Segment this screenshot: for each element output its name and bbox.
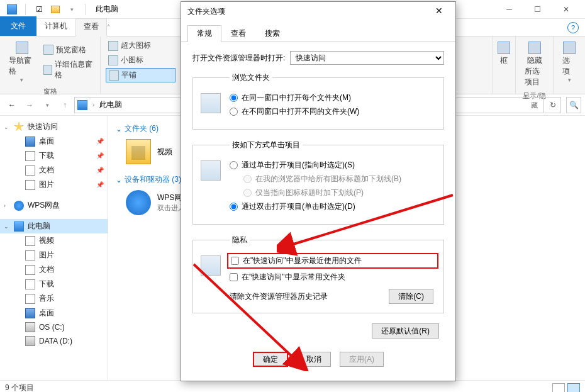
chevron-right-icon[interactable]: › xyxy=(92,101,94,108)
details-label: 详细信息窗格 xyxy=(55,59,92,81)
tab-computer[interactable]: 计算机 xyxy=(36,18,75,36)
pic-icon xyxy=(25,250,35,260)
nav-desktop[interactable]: 桌面📌 xyxy=(0,134,108,148)
cancel-button[interactable]: 取消 xyxy=(297,352,331,367)
layout-tile[interactable]: 平铺 xyxy=(106,68,176,82)
folder-options-dialog: 文件夹选项 ✕ 常规 查看 搜索 打开文件资源管理器时打开: 快速访问 浏览文件… xyxy=(181,1,456,381)
browse-icon xyxy=(201,93,221,113)
clear-label: 清除文件资源管理器历史记录 xyxy=(230,291,328,302)
fieldset-browse: 浏览文件夹 在同一窗口中打开每个文件夹(M) 在不同窗口中打开不同的文件夹(W) xyxy=(192,72,444,130)
nav-pics2[interactable]: 图片 xyxy=(0,248,108,262)
click-icon xyxy=(201,160,221,181)
expand-icon[interactable]: › xyxy=(4,203,10,209)
check-priv-freq[interactable]: 在"快速访问"中显示常用文件夹 xyxy=(230,272,436,283)
hide-button[interactable]: 隐藏所选项目 xyxy=(521,39,548,90)
fs-privacy-legend: 隐私 xyxy=(230,235,250,245)
qat-properties-icon[interactable]: ☑ xyxy=(32,3,46,16)
up-button[interactable]: ↑ xyxy=(57,97,73,113)
small-label: 小图标 xyxy=(121,55,143,65)
browse-new-label: 在不同窗口中打开不同的文件夹(W) xyxy=(242,106,359,117)
qat-dropdown-icon[interactable]: ▾ xyxy=(65,3,79,16)
nav-desktop2[interactable]: 桌面 xyxy=(0,306,108,320)
nav-datad[interactable]: DATA (D:) xyxy=(0,334,108,348)
apply-button[interactable]: 应用(A) xyxy=(340,352,384,367)
preview-icon xyxy=(43,45,53,55)
openwith-label: 打开文件资源管理器时打开: xyxy=(192,53,285,64)
dialog-tab-search[interactable]: 搜索 xyxy=(255,25,289,42)
fieldset-privacy: 隐私 在"快速访问"中显示最近使用的文件 在"快速访问"中显示常用文件夹 清除文… xyxy=(192,235,444,313)
nav-quick-access[interactable]: ⌄快速访问 xyxy=(0,120,108,134)
chevron-down-icon: ⌄ xyxy=(116,125,122,133)
options-button[interactable]: 选项▾ xyxy=(559,39,580,86)
dialog-tab-view[interactable]: 查看 xyxy=(221,25,255,42)
search-button[interactable]: 🔍 xyxy=(566,97,581,113)
preview-label: 预览窗格 xyxy=(56,45,86,55)
nav-thispc-label: 此电脑 xyxy=(28,221,50,232)
preview-pane-button[interactable]: 预览窗格 xyxy=(41,43,95,57)
hide-label2: 所选项目 xyxy=(525,66,544,87)
help-icon[interactable]: ? xyxy=(567,22,579,33)
navpane-label: 导航窗格 xyxy=(9,55,35,77)
nav-docs[interactable]: 文档📌 xyxy=(0,163,108,177)
layout-small[interactable]: 小图标 xyxy=(106,53,176,67)
dialog-tab-general[interactable]: 常规 xyxy=(187,25,221,42)
details-pane-button[interactable]: 详细信息窗格 xyxy=(41,58,95,82)
doc-icon xyxy=(25,265,35,275)
openwith-select[interactable]: 快速访问 xyxy=(290,51,444,65)
clear-button[interactable]: 清除(C) xyxy=(389,289,433,304)
navpane-button[interactable]: 导航窗格 ▾ xyxy=(5,39,38,86)
radio-click-double[interactable]: 通过双击打开项目(单击时选定)(D) xyxy=(230,201,436,212)
expand-icon[interactable]: ⌄ xyxy=(4,124,10,130)
view-tiles-button[interactable] xyxy=(567,383,580,393)
nav-pics[interactable]: 图片📌 xyxy=(0,177,108,192)
view-details-button[interactable] xyxy=(552,383,565,393)
breadcrumb-thispc[interactable]: 此电脑 xyxy=(99,99,122,110)
priv-freq-label: 在"快速访问"中显示常用文件夹 xyxy=(242,272,345,283)
tab-file[interactable]: 文件 xyxy=(0,16,36,36)
qat-new-icon[interactable] xyxy=(48,3,62,16)
fs-click-legend: 按如下方式单击项目 xyxy=(230,140,303,150)
nav-docs2[interactable]: 文档 xyxy=(0,262,108,277)
ribbon-collapse-icon[interactable]: ˄ xyxy=(107,24,110,31)
nav-video[interactable]: 视频 xyxy=(0,233,108,248)
radio-browse-new[interactable]: 在不同窗口中打开不同的文件夹(W) xyxy=(230,106,436,117)
pin-icon: 📌 xyxy=(96,181,104,188)
radio-click-single-a: 在我的浏览器中给所有图标标题加下划线(B) xyxy=(243,174,436,184)
nav-osc[interactable]: OS (C:) xyxy=(0,320,108,334)
click-single-a-label: 在我的浏览器中给所有图标标题加下划线(B) xyxy=(255,174,401,184)
dialog-close-button[interactable]: ✕ xyxy=(429,4,449,19)
back-button[interactable]: ← xyxy=(4,97,20,113)
maximize-button[interactable]: ☐ xyxy=(523,0,552,19)
details-icon xyxy=(43,65,52,75)
nav-tree[interactable]: ⌄快速访问 桌面📌 下载📌 文档📌 图片📌 ›WPS网盘 ⌄此电脑 视频 图片 … xyxy=(0,116,108,380)
ok-button[interactable]: 确定 xyxy=(253,352,288,367)
nav-download2[interactable]: 下载 xyxy=(0,277,108,291)
radio-click-single[interactable]: 通过单击打开项目(指向时选定)(S) xyxy=(230,160,436,171)
minimize-button[interactable]: ─ xyxy=(495,0,523,19)
navpane-icon xyxy=(16,42,28,54)
close-button[interactable]: ✕ xyxy=(552,0,580,19)
history-dropdown[interactable]: ▾ xyxy=(39,97,55,113)
pin-icon: 📌 xyxy=(96,138,104,145)
tab-view[interactable]: 查看 xyxy=(75,18,107,36)
layout-xlarge[interactable]: 超大图标 xyxy=(106,39,176,52)
pc-icon xyxy=(77,100,87,110)
dialog-title: 文件夹选项 xyxy=(187,6,225,17)
refresh-button[interactable]: ↻ xyxy=(545,97,561,113)
nav-download[interactable]: 下载📌 xyxy=(0,148,108,163)
nav-wps[interactable]: ›WPS网盘 xyxy=(0,198,108,213)
nav-docs2-label: 文档 xyxy=(39,264,54,275)
nav-thispc[interactable]: ⌄此电脑 xyxy=(0,219,108,233)
forward-button[interactable]: → xyxy=(21,97,38,113)
expand-icon[interactable]: ⌄ xyxy=(4,223,10,230)
check-priv-recent[interactable]: 在"快速访问"中显示最近使用的文件 xyxy=(227,253,438,269)
nav-docs-label: 文档 xyxy=(39,165,54,176)
system-menu-icon[interactable] xyxy=(5,3,19,16)
frame-button[interactable]: 框 xyxy=(498,39,510,69)
restore-defaults-button[interactable]: 还原默认值(R) xyxy=(372,323,439,339)
radio-browse-same[interactable]: 在同一窗口中打开每个文件夹(M) xyxy=(230,92,436,103)
priv-recent-label: 在"快速访问"中显示最近使用的文件 xyxy=(243,255,362,266)
drives-header-label: 设备和驱动器 (3) xyxy=(125,174,181,185)
nav-music-label: 音乐 xyxy=(39,293,54,304)
nav-music[interactable]: 音乐 xyxy=(0,291,108,306)
